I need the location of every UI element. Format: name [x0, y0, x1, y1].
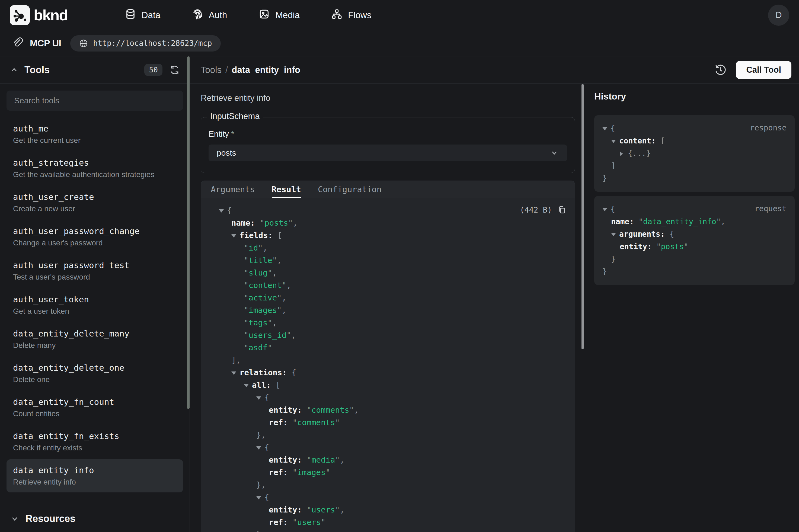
content-row: Tools 50 auth_me Get the current useraut… — [0, 56, 799, 532]
sidebar-scrollbar[interactable] — [187, 56, 190, 409]
expander-icon[interactable] — [611, 228, 619, 241]
expander-icon[interactable] — [602, 122, 610, 135]
entity-select[interactable]: posts — [209, 145, 567, 162]
expander-icon[interactable] — [244, 379, 252, 391]
tool-description: Count entities — [13, 410, 176, 418]
history-card-request[interactable]: request{name: "data_entity_info",argumen… — [594, 196, 795, 285]
tool-list-item[interactable]: auth_me Get the current user — [6, 118, 183, 151]
bknd-logo-icon[interactable] — [10, 5, 30, 25]
chevron-up-icon — [10, 65, 18, 74]
json-line: { — [201, 491, 567, 504]
json-line: content: [ — [602, 135, 787, 147]
tool-list-item[interactable]: auth_user_create Create a new user — [6, 186, 183, 219]
tool-list-item[interactable]: data_entity_fn_exists Check if entity ex… — [6, 425, 183, 458]
image-icon — [259, 8, 270, 22]
history-header: History — [586, 83, 799, 109]
result-json-lines: {name: "posts",fields: ["id","title","sl… — [201, 204, 567, 532]
search-input[interactable] — [6, 91, 183, 111]
expander-icon[interactable] — [219, 204, 227, 217]
breadcrumb-separator: / — [225, 65, 228, 75]
history-cards: response{content: [{...}]}request{name: … — [586, 109, 799, 289]
tool-list-item[interactable]: data_entity_fn_count Count entities — [6, 391, 183, 424]
tab-arguments[interactable]: Arguments — [211, 181, 255, 198]
tool-list-item[interactable]: data_entity_delete_one Delete one — [6, 357, 183, 390]
expander-icon[interactable] — [256, 391, 264, 404]
header-actions: Call Tool — [714, 61, 792, 79]
history-card-type-label: request — [755, 204, 786, 213]
mcp-title: MCP UI — [30, 38, 61, 49]
copy-icon — [557, 205, 567, 214]
json-line: entity: "media", — [201, 454, 567, 466]
tool-list-item[interactable]: auth_user_password_change Change a user'… — [6, 220, 183, 253]
chevron-down-icon — [550, 148, 559, 157]
tool-list-item[interactable]: auth_strategies Get the available authen… — [6, 152, 183, 185]
expander-icon[interactable] — [231, 366, 240, 379]
nav-item-data[interactable]: Data — [125, 8, 160, 22]
tool-list-item[interactable]: auth_user_token Get a user token — [6, 288, 183, 322]
tool-description: Change a user's password — [13, 239, 176, 247]
json-line: all: [ — [201, 379, 567, 391]
input-schema-fieldset: InputSchema Entity* posts — [201, 117, 575, 173]
history-clock-icon — [714, 64, 727, 76]
expander-icon[interactable] — [611, 135, 619, 147]
tool-description: Check if entity exists — [13, 443, 176, 452]
nav-item-media[interactable]: Media — [259, 8, 300, 22]
tool-description: Test a user's password — [13, 273, 176, 282]
json-line: "content", — [201, 279, 567, 291]
tool-name: auth_user_password_test — [13, 260, 176, 270]
resources-title: Resources — [25, 513, 75, 525]
main-panel: Tools / data_entity_info Call Tool — [190, 56, 799, 532]
tool-name: data_entity_delete_many — [13, 329, 176, 338]
user-avatar[interactable]: D — [768, 5, 789, 26]
result-size-badge: (442 B) — [520, 206, 552, 214]
json-line: ], — [201, 354, 567, 366]
breadcrumb-section[interactable]: Tools — [201, 65, 222, 75]
mcp-url-pill[interactable]: http://localhost:28623/mcp — [70, 35, 221, 52]
required-asterisk: * — [231, 129, 234, 138]
tool-list-item[interactable]: data_entity_info Retrieve entity info — [6, 459, 183, 492]
json-line: "id", — [201, 242, 567, 254]
app-root: bknd DataAuthMediaFlows D MCP UI http://… — [0, 0, 799, 532]
tool-list: auth_me Get the current userauth_strateg… — [6, 118, 183, 492]
main-scrollbar[interactable] — [582, 84, 584, 349]
history-title: History — [594, 91, 626, 102]
json-line: ref: "images" — [201, 466, 567, 479]
refresh-tools-button[interactable] — [170, 65, 180, 75]
json-line: arguments: { — [602, 228, 787, 241]
tool-list-item[interactable]: auth_user_password_test Test a user's pa… — [6, 254, 183, 287]
flow-icon — [331, 8, 343, 22]
history-card-type-label: response — [750, 124, 786, 132]
json-line: "images", — [201, 304, 567, 317]
tool-name: data_entity_info — [13, 465, 176, 475]
input-schema-legend: InputSchema — [207, 111, 263, 121]
json-line: ] — [602, 160, 787, 172]
resources-header[interactable]: Resources — [0, 505, 190, 532]
database-icon — [125, 8, 136, 22]
tool-description: Get the current user — [13, 136, 176, 145]
expander-icon[interactable] — [620, 147, 628, 160]
tab-configuration[interactable]: Configuration — [318, 181, 382, 198]
tab-result[interactable]: Result — [272, 181, 301, 198]
call-tool-button[interactable]: Call Tool — [736, 61, 792, 79]
json-line: }, — [201, 479, 567, 491]
breadcrumb-current: data_entity_info — [232, 65, 300, 75]
expander-icon[interactable] — [602, 203, 610, 215]
json-line: "active", — [201, 291, 567, 304]
copy-button[interactable] — [557, 205, 567, 214]
history-button[interactable] — [714, 64, 727, 76]
json-line: }, — [201, 429, 567, 441]
json-line: entity: "users", — [201, 504, 567, 516]
json-line: } — [602, 253, 787, 265]
json-line: "title", — [201, 254, 567, 267]
json-line: name: "data_entity_info", — [602, 215, 787, 228]
nav-item-auth[interactable]: Auth — [192, 8, 227, 22]
nav-item-flows[interactable]: Flows — [331, 8, 371, 22]
expander-icon[interactable] — [231, 229, 240, 242]
history-card-response[interactable]: response{content: [{...}]} — [594, 115, 795, 192]
expander-icon[interactable] — [256, 491, 264, 504]
fingerprint-icon — [192, 8, 203, 22]
expander-icon[interactable] — [256, 441, 264, 454]
tool-list-item[interactable]: data_entity_delete_many Delete many — [6, 323, 183, 356]
tools-header[interactable]: Tools 50 — [0, 56, 190, 83]
tools-sidebar: Tools 50 auth_me Get the current useraut… — [0, 56, 190, 532]
